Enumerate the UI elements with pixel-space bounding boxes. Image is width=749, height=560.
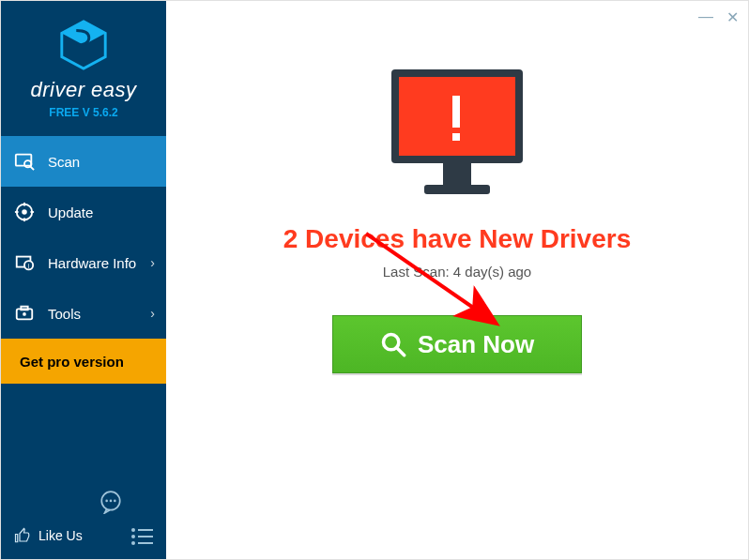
sidebar-item-label: Update xyxy=(48,204,93,220)
svg-point-25 xyxy=(131,541,135,545)
brand-logo-icon xyxy=(56,18,111,72)
scan-panel: 2 Devices have New Drivers Last Scan: 4 … xyxy=(166,65,748,373)
like-us-label: Like Us xyxy=(38,528,83,543)
svg-line-4 xyxy=(30,167,34,171)
monitor-alert-icon xyxy=(377,65,537,205)
like-us-button[interactable]: Like Us xyxy=(14,527,83,544)
window-controls: — ✕ xyxy=(698,8,739,26)
get-pro-label: Get pro version xyxy=(20,354,124,370)
close-button[interactable]: ✕ xyxy=(726,8,739,26)
sidebar-item-scan[interactable]: Scan xyxy=(1,136,166,187)
svg-rect-30 xyxy=(452,133,460,141)
sidebar-item-label: Tools xyxy=(48,306,81,322)
feedback-icon[interactable] xyxy=(99,490,123,514)
svg-rect-26 xyxy=(138,542,153,544)
menu-icon[interactable] xyxy=(130,527,155,546)
app-window: driver easy FREE V 5.6.2 Scan Update i xyxy=(0,0,749,560)
update-icon xyxy=(14,202,35,222)
main-pane: — ✕ 2 Devices have New Drivers Last Scan… xyxy=(166,1,748,559)
svg-rect-7 xyxy=(23,203,25,206)
brand-area: driver easy FREE V 5.6.2 xyxy=(1,1,166,129)
sidebar-item-hardware[interactable]: i Hardware Info › xyxy=(1,237,166,288)
sidebar-item-update[interactable]: Update xyxy=(1,187,166,237)
brand-name: driver easy xyxy=(1,78,166,102)
chevron-right-icon: › xyxy=(150,255,155,270)
get-pro-button[interactable]: Get pro version xyxy=(1,339,166,384)
svg-point-20 xyxy=(114,500,116,503)
svg-rect-9 xyxy=(15,211,19,213)
svg-rect-24 xyxy=(138,536,153,537)
sidebar-bottom: Like Us xyxy=(1,518,166,559)
magnifier-icon xyxy=(380,331,406,357)
scan-now-label: Scan Now xyxy=(418,330,534,359)
chevron-right-icon: › xyxy=(150,306,155,321)
sidebar-item-label: Hardware Info xyxy=(48,255,136,271)
svg-point-6 xyxy=(22,209,27,215)
svg-rect-8 xyxy=(23,218,25,221)
minimize-button[interactable]: — xyxy=(698,8,713,26)
scan-now-button[interactable]: Scan Now xyxy=(332,315,582,373)
scan-icon xyxy=(14,151,35,172)
svg-point-16 xyxy=(23,312,26,316)
last-scan-text: Last Scan: 4 day(s) ago xyxy=(383,264,531,280)
thumbs-up-icon xyxy=(14,527,31,544)
brand-version: FREE V 5.6.2 xyxy=(1,106,166,119)
svg-rect-10 xyxy=(30,211,34,213)
svg-line-34 xyxy=(396,348,404,356)
svg-rect-22 xyxy=(138,529,153,531)
sidebar-item-label: Scan xyxy=(48,154,80,170)
svg-point-18 xyxy=(105,500,108,503)
status-headline: 2 Devices have New Drivers xyxy=(283,224,631,254)
sidebar-item-tools[interactable]: Tools › xyxy=(1,288,166,339)
tools-icon xyxy=(14,303,35,324)
hardware-icon: i xyxy=(14,252,35,273)
svg-rect-31 xyxy=(443,163,471,186)
svg-point-23 xyxy=(131,535,135,538)
svg-text:i: i xyxy=(28,263,29,269)
svg-marker-1 xyxy=(62,22,105,45)
svg-rect-32 xyxy=(424,185,490,194)
sidebar-nav: Scan Update i Hardware Info › Tools xyxy=(1,136,166,339)
sidebar: driver easy FREE V 5.6.2 Scan Update i xyxy=(1,1,166,559)
svg-point-19 xyxy=(110,500,113,503)
svg-point-21 xyxy=(131,528,135,532)
svg-rect-29 xyxy=(452,96,460,128)
